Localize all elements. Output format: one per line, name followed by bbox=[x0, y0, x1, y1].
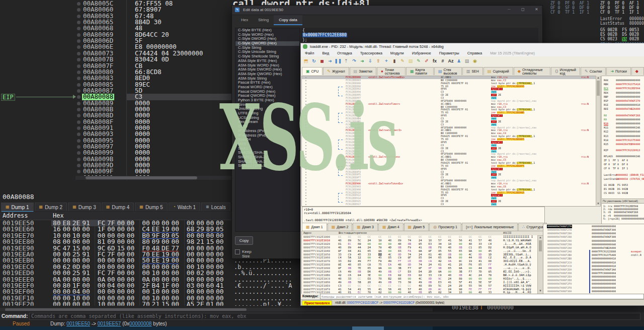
toolbar-icon[interactable]: ▮ bbox=[391, 57, 398, 64]
breakpoint-dot[interactable] bbox=[305, 107, 306, 108]
breakpoint-dot[interactable] bbox=[305, 148, 306, 149]
copy-button[interactable]: Copy bbox=[235, 236, 253, 245]
breakpoint-dot[interactable] bbox=[305, 163, 306, 164]
stack-row[interactable]: 000000947A96F2E00000000000000000 bbox=[543, 275, 644, 279]
breakpoint-dot[interactable] bbox=[305, 86, 306, 87]
toolbar-icon[interactable]: ➜ bbox=[359, 57, 366, 64]
dump-pane[interactable]: 00007FFC912E1000CCCCCCCCCCCCCCCCCCCCCCCC… bbox=[301, 235, 538, 294]
x64-dump-tab-дамп-1[interactable]: ▦Дамп 1 bbox=[302, 223, 327, 231]
stack-row[interactable]: 000000947A96F3000000000000000000 bbox=[543, 290, 644, 293]
stack-row[interactable]: 000000947A96F2B80000000000000010 bbox=[543, 257, 644, 260]
stack-row[interactable]: 000000947A96F2800000000000000000 bbox=[543, 232, 644, 235]
breakpoint-dot[interactable] bbox=[77, 64, 80, 68]
breakpoint-dot[interactable] bbox=[305, 180, 306, 181]
breakpoint-dot[interactable] bbox=[77, 126, 80, 130]
breakpoint-dot[interactable] bbox=[305, 80, 306, 81]
breakpoint-dot[interactable] bbox=[305, 121, 306, 122]
dump-row[interactable]: 00007FFC912E1000CCCCCCCCCCCCCCCCCCCCCCCC… bbox=[302, 235, 538, 239]
menu-избранное[interactable]: Избранное bbox=[408, 50, 435, 56]
format-option[interactable]: SHA512 (SHA-3) bbox=[235, 164, 299, 168]
disasm-vscrollbar[interactable]: ▲ ▼ bbox=[596, 76, 600, 206]
toolbar-icon[interactable]: ⇧ bbox=[375, 57, 382, 64]
toolbar-icon[interactable]: ↷ bbox=[351, 57, 358, 64]
stack-row[interactable]: 000000947A96F2900000000000000000 bbox=[543, 239, 644, 243]
bg-tab-dump-4[interactable]: ▦Dump 4 bbox=[102, 203, 134, 211]
x64-tab-стек-вызовов[interactable]: ▤Стек вызовов bbox=[434, 67, 462, 75]
stack-row[interactable]: 000000947A96F288000000947A96F300 bbox=[543, 235, 644, 239]
breakpoint-dot[interactable] bbox=[77, 45, 80, 49]
dump-row[interactable]: 00007FFC912E10800E4885C075EA488D74246141… bbox=[302, 263, 538, 267]
x64-dump-tab-дамп-2[interactable]: ▦Дамп 2 bbox=[328, 223, 353, 231]
bg-tab-dump-1[interactable]: ▦Dump 1 bbox=[1, 203, 34, 212]
breakpoint-dot[interactable] bbox=[305, 201, 306, 202]
breakpoint-dot[interactable] bbox=[77, 145, 80, 149]
stack-row[interactable]: 000000947A96F2B000007FFC91375A00ntdll.R bbox=[543, 253, 644, 257]
command-input[interactable]: Команды разделяются запятыми (как инстру… bbox=[320, 294, 644, 299]
x64-tab-отладочные-символы[interactable]: ◆Отладочные символы bbox=[514, 67, 550, 75]
toolbar-icon[interactable]: ✎ bbox=[399, 57, 406, 64]
breakpoint-dot[interactable] bbox=[77, 71, 80, 74]
breakpoint-dot[interactable] bbox=[77, 158, 80, 161]
breakpoint-dot[interactable] bbox=[77, 39, 80, 43]
stack-row[interactable]: 000000947A96F2C00000000000000010 bbox=[543, 261, 644, 265]
breakpoint-dot[interactable] bbox=[305, 195, 306, 196]
bg-tab-dump-5[interactable]: ▦Dump 5 bbox=[135, 203, 168, 211]
dump-row[interactable]: 00007FFC912E10C04833CCE878B208004C8D9C24… bbox=[302, 277, 538, 281]
dump-row[interactable]: 00007FFC912E1060C45A12004585C90F8584650A… bbox=[302, 256, 538, 259]
menu-файл[interactable]: Файл bbox=[301, 50, 318, 56]
status-link[interactable]: 00007FFC911D1BCF bbox=[383, 301, 415, 304]
toolbar-icon[interactable]: ⇩ bbox=[367, 57, 374, 64]
breakpoint-dot[interactable] bbox=[77, 120, 80, 124]
breakpoint-dot[interactable] bbox=[305, 83, 306, 84]
breakpoint-dot[interactable] bbox=[77, 77, 80, 80]
toolbar-icon[interactable]: Az bbox=[447, 57, 454, 64]
breakpoint-dot[interactable] bbox=[305, 124, 306, 125]
menu-справка[interactable]: Справка bbox=[463, 50, 486, 56]
dump-row[interactable]: 00007FFC912E10400F84A1650A0083FA0A0F8555… bbox=[302, 249, 538, 253]
breakpoint-dot[interactable] bbox=[305, 169, 306, 170]
bg-tab-locals[interactable]: ≣Locals bbox=[201, 203, 230, 211]
toolbar-icon[interactable]: fx bbox=[431, 57, 438, 64]
dump-row[interactable]: 00007FFC912E101048895C241048897424185741… bbox=[302, 239, 538, 242]
stack-row[interactable]: 000000947A96F2D800007FFC00000004 bbox=[543, 272, 644, 275]
breakpoint-dot[interactable] bbox=[305, 127, 306, 128]
status-link[interactable]: 00000008 bbox=[129, 321, 152, 326]
breakpoint-dot[interactable] bbox=[77, 133, 80, 136]
breakpoint-dot[interactable] bbox=[305, 177, 306, 178]
toolbar-icon[interactable]: ↻ bbox=[310, 57, 317, 64]
stack-row[interactable]: 000000947A96F2A800007FFC91323D88возврат bbox=[543, 250, 644, 253]
breakpoint-dot[interactable] bbox=[305, 186, 306, 187]
breakpoint-dot[interactable] bbox=[77, 170, 80, 173]
breakpoint-dot[interactable] bbox=[77, 58, 80, 61]
breakpoint-dot[interactable] bbox=[77, 52, 80, 55]
cpu-disassembly-pane[interactable]: FC912EE880<ntdll.ZwCreateThreadEx>4C:8BD… bbox=[301, 76, 601, 207]
x64-tab-cpu[interactable]: ▣CPU bbox=[302, 67, 323, 75]
minimize-icon[interactable]: ─ bbox=[508, 7, 511, 12]
toolbar-icon[interactable]: ◉ bbox=[471, 57, 478, 64]
x64-tab-icon[interactable]: ◆ bbox=[631, 67, 644, 75]
toolbar-icon[interactable]: ❚❚ bbox=[335, 57, 342, 64]
x64-dump-tab-дамп-5[interactable]: ▦Дамп 5 bbox=[404, 223, 429, 231]
x64-dump-tab-дамп-4[interactable]: ▦Дамп 4 bbox=[378, 223, 404, 231]
disasm-row[interactable]: FC912EE917C3ret bbox=[302, 203, 600, 206]
breakpoint-dot[interactable] bbox=[305, 115, 306, 116]
toolbar-icon[interactable]: ⬒ bbox=[302, 57, 309, 64]
breakpoint-dot[interactable] bbox=[305, 112, 306, 113]
registers-pane[interactable]: RAX0000000000000000RBX00007FFC91375A10RC… bbox=[601, 76, 644, 200]
breakpoint-dot[interactable] bbox=[305, 136, 306, 137]
maximize-icon[interactable]: ◻ bbox=[521, 7, 525, 12]
dump-row[interactable]: 00007FFC912E10B042C6043E00EB02EB0233C048… bbox=[302, 274, 538, 277]
stack-row[interactable]: 000000947A96F2E80000000000000000 bbox=[543, 279, 644, 282]
x64-dump-tab-дамп-3[interactable]: ▦Дамп 3 bbox=[353, 223, 378, 231]
breakpoint-dot[interactable] bbox=[305, 104, 306, 105]
x64-tab-заметки[interactable]: ▤Заметки bbox=[350, 67, 376, 75]
toolbar-icon[interactable]: ✐ bbox=[423, 57, 430, 64]
x64-tab-точки-останова[interactable]: ●Точки останова bbox=[377, 67, 406, 75]
menu-трассировка[interactable]: Трассировка bbox=[356, 50, 386, 56]
toolbar-icon[interactable]: ⇡ bbox=[343, 57, 350, 64]
breakpoint-dot[interactable] bbox=[77, 164, 80, 167]
breakpoint-dot[interactable] bbox=[305, 204, 306, 205]
x64-tab-исходный-код[interactable]: ⟨⟩Исходный код bbox=[551, 67, 580, 75]
stack-row[interactable]: 000000947A96F2C80000000000000010 bbox=[543, 265, 644, 268]
x64-tab-seh[interactable]: ▥SEH bbox=[462, 67, 483, 75]
